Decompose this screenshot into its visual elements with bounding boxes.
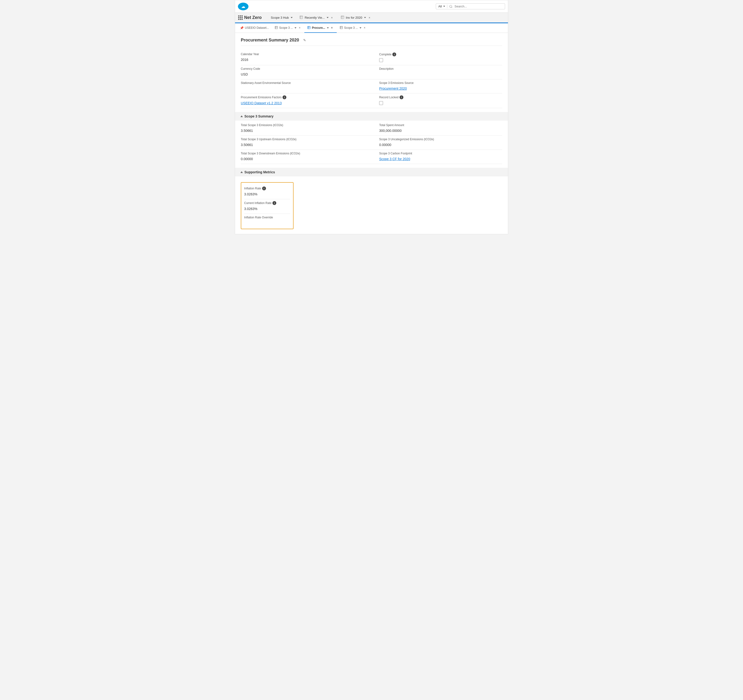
total-spent-value: 300,000.00000 xyxy=(379,128,502,133)
inflation-override-label: Inflation Rate Override xyxy=(244,216,290,219)
field-total-emissions: Total Scope 3 Emissions (tCO2e) 3.50661 xyxy=(241,121,372,136)
field-description: Description xyxy=(372,65,502,79)
procurement-factors-info-icon[interactable]: i xyxy=(283,95,286,99)
app-name: Net Zero xyxy=(244,15,262,20)
sub-tab-procure[interactable]: Procure... × xyxy=(304,23,336,33)
field-downstream-emissions: Total Scope 3 Downstream Emissions (tCO2… xyxy=(241,150,372,164)
field-record-locked: Record Locked i xyxy=(372,93,502,108)
inflation-override-value xyxy=(244,220,290,225)
record-locked-value xyxy=(379,100,502,106)
carbon-footprint-value[interactable]: Scope 3 CF for 2020 xyxy=(379,156,502,162)
inv2020-close[interactable]: × xyxy=(367,16,371,20)
record-title-text: Procurement Summary 2020 xyxy=(241,38,299,43)
recently-viewed-label: Recently Vie... xyxy=(305,16,325,19)
record-locked-checkbox[interactable] xyxy=(379,101,383,105)
downstream-emissions-value: 0.00000 xyxy=(241,156,364,162)
scope3-source-value[interactable]: Procurement 2020 xyxy=(379,86,502,92)
calendar-year-value: 2016 ✎ xyxy=(241,57,364,63)
complete-value xyxy=(379,57,502,63)
nav-tab-inv2020[interactable]: Inv for 2020 × xyxy=(337,13,375,23)
field-inflation-rate: Inflation Rate i 3.0263% xyxy=(244,185,290,199)
field-procurement-factors: Procurement Emissions Factors i USEEIO D… xyxy=(241,93,372,108)
chevron-down-icon xyxy=(360,27,361,28)
record-locked-info-icon[interactable]: i xyxy=(400,95,403,99)
sub-tab-scope3b[interactable]: Scope 3 ... × xyxy=(337,23,369,33)
tab-icon xyxy=(340,15,344,20)
svg-rect-13 xyxy=(308,26,310,29)
current-inflation-info-icon[interactable]: i xyxy=(272,201,276,205)
search-dropdown-label: All xyxy=(438,4,442,8)
field-scope3-source: Scope 3 Emissions Source Procurement 202… xyxy=(372,79,502,93)
section-collapse-icon xyxy=(241,115,243,117)
total-emissions-label: Total Scope 3 Emissions (tCO2e) xyxy=(241,124,364,127)
scope3a-tab-close[interactable]: × xyxy=(297,26,302,30)
complete-info-icon[interactable]: i xyxy=(392,53,396,56)
search-bar: All xyxy=(436,3,505,9)
currency-code-label: Currency Code xyxy=(241,67,364,71)
record-locked-label: Record Locked i xyxy=(379,95,502,99)
field-calendar-year: Calendar Year 2016 ✎ xyxy=(241,50,372,65)
procure-tab-close[interactable]: × xyxy=(330,26,334,30)
recently-viewed-close[interactable]: × xyxy=(330,16,334,20)
downstream-emissions-label: Total Scope 3 Downstream Emissions (tCO2… xyxy=(241,152,364,155)
table-icon-b xyxy=(340,26,343,30)
field-upstream-emissions: Total Scope 3 Upstream Emissions (tCO2e)… xyxy=(241,136,372,150)
svg-rect-4 xyxy=(300,16,303,19)
scope3b-tab-label: Scope 3 ... xyxy=(344,26,358,30)
supporting-metrics-section-header[interactable]: Supporting Metrics xyxy=(235,168,508,176)
pin-icon: 📌 xyxy=(240,26,244,30)
fields-grid: Calendar Year 2016 ✎ Complete i xyxy=(241,50,502,108)
chevron-down-icon xyxy=(291,17,293,18)
salesforce-logo[interactable]: ☁ xyxy=(238,3,249,10)
grid-icon[interactable] xyxy=(238,15,243,20)
svg-rect-7 xyxy=(341,16,344,19)
section-collapse-icon xyxy=(241,171,243,173)
sub-tab-useeio[interactable]: 📌 USEEIO Dataset... xyxy=(237,23,272,33)
supporting-metrics-title: Supporting Metrics xyxy=(244,170,275,174)
field-current-inflation-rate: Current Inflation Rate i 3.0263% xyxy=(244,199,290,214)
procure-tab-label: Procure... xyxy=(312,26,325,30)
chevron-down-icon xyxy=(327,27,329,28)
uncategorized-emissions-value: 0.00000 xyxy=(379,142,502,148)
procurement-factors-value[interactable]: USEEIO Dataset v1.2 2013 ✎ xyxy=(241,100,364,106)
current-inflation-value: 3.0263% xyxy=(244,206,290,212)
chevron-down-icon xyxy=(364,17,366,18)
field-inflation-rate-override: Inflation Rate Override xyxy=(244,214,290,227)
nav-tab-recently-viewed[interactable]: Recently Vie... × xyxy=(296,13,337,23)
chevron-down-icon xyxy=(327,17,329,18)
inv2020-label: Inv for 2020 xyxy=(346,16,363,19)
calendar-year-label: Calendar Year xyxy=(241,53,364,56)
current-inflation-label: Current Inflation Rate i xyxy=(244,201,290,205)
inflation-rate-label: Inflation Rate i xyxy=(244,186,290,191)
scope3-summary-section-header[interactable]: Scope 3 Summary xyxy=(235,112,508,121)
svg-line-3 xyxy=(451,7,452,8)
search-input[interactable] xyxy=(454,4,502,8)
scope3-source-label: Scope 3 Emissions Source xyxy=(379,81,502,85)
inflation-rate-info-icon[interactable]: i xyxy=(262,186,266,191)
edit-icon[interactable]: ✎ xyxy=(303,38,306,42)
top-nav: ☁ All xyxy=(235,0,508,13)
scope3-summary-title: Scope 3 Summary xyxy=(244,114,274,118)
nav-tab-scope3hub[interactable]: Scope 3 Hub xyxy=(268,13,296,23)
carbon-footprint-label: Scope 3 Carbon Footprint xyxy=(379,152,502,155)
scope3-summary-grid: Total Scope 3 Emissions (tCO2e) 3.50661 … xyxy=(241,121,502,164)
total-spent-label: Total Spent Amount xyxy=(379,124,502,127)
uncategorized-emissions-label: Scope 3 Uncategorized Emissions (tCO2e) xyxy=(379,137,502,141)
upstream-emissions-label: Total Scope 3 Upstream Emissions (tCO2e) xyxy=(241,137,364,141)
sub-tab-scope3a[interactable]: Scope 3 ... × xyxy=(272,23,304,33)
field-uncategorized-emissions: Scope 3 Uncategorized Emissions (tCO2e) … xyxy=(372,136,502,150)
complete-checkbox[interactable] xyxy=(379,58,383,62)
sub-tab-bar: 📌 USEEIO Dataset... Scope 3 ... × Procur… xyxy=(235,23,508,33)
record-title: Procurement Summary 2020 ✎ xyxy=(241,38,502,46)
tab-icon xyxy=(299,15,303,20)
svg-point-2 xyxy=(450,5,452,7)
stationary-asset-label: Stationary Asset Environmental Source xyxy=(241,81,364,85)
stationary-asset-value: ✎ xyxy=(241,86,364,92)
procurement-factors-label: Procurement Emissions Factors i xyxy=(241,95,364,99)
useeio-tab-label: USEEIO Dataset... xyxy=(245,26,269,30)
scope3b-tab-close[interactable]: × xyxy=(363,26,367,30)
search-dropdown[interactable]: All xyxy=(438,4,447,8)
chevron-down-icon xyxy=(295,27,296,28)
total-emissions-value: 3.50661 xyxy=(241,128,364,133)
chevron-down-icon xyxy=(443,6,445,7)
